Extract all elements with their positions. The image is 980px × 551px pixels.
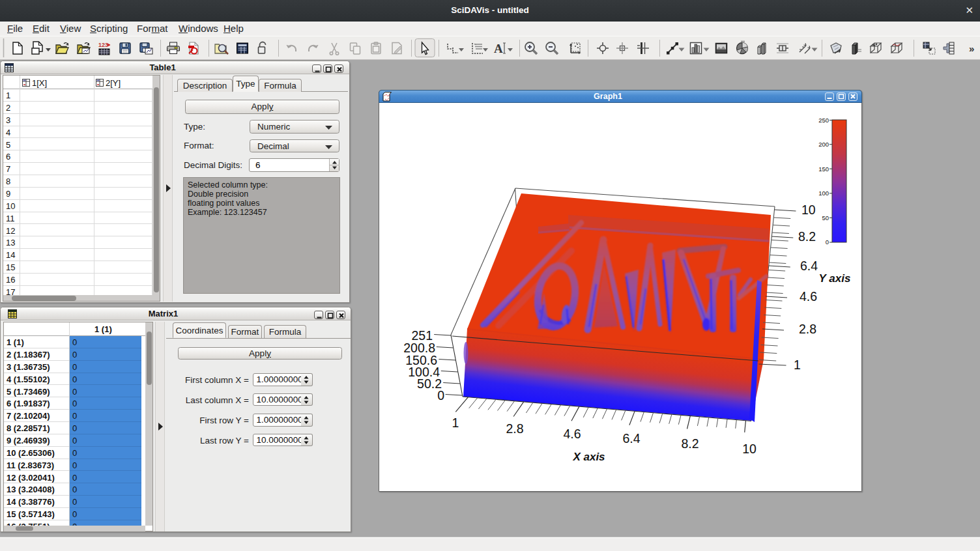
svg-text:X axis: X axis: [572, 451, 605, 463]
svg-text:10: 10: [742, 442, 757, 456]
svg-text:100: 100: [818, 190, 829, 197]
svg-text:8.2: 8.2: [798, 229, 816, 244]
svg-text:4.6: 4.6: [800, 289, 817, 304]
svg-text:123: 123: [98, 42, 108, 48]
svg-text:Y axis: Y axis: [819, 272, 851, 285]
svg-text:1: 1: [452, 416, 459, 430]
svg-text:8.2: 8.2: [681, 436, 699, 451]
svg-text:1: 1: [794, 358, 801, 372]
svg-text:A: A: [494, 42, 503, 55]
svg-text:150: 150: [818, 165, 829, 173]
svg-text:200: 200: [818, 141, 829, 148]
svg-text:10: 10: [801, 203, 816, 217]
svg-text:50: 50: [822, 214, 829, 221]
svg-text:6.4: 6.4: [622, 431, 640, 445]
svg-text:250: 250: [818, 117, 829, 124]
svg-text:»: »: [969, 43, 974, 54]
svg-text:2.8: 2.8: [799, 322, 816, 336]
svg-text:2.8: 2.8: [506, 421, 523, 436]
svg-text:0: 0: [437, 388, 444, 403]
svg-text:0: 0: [826, 238, 829, 246]
svg-text:4.6: 4.6: [563, 427, 581, 441]
svg-text:6.4: 6.4: [800, 259, 818, 273]
